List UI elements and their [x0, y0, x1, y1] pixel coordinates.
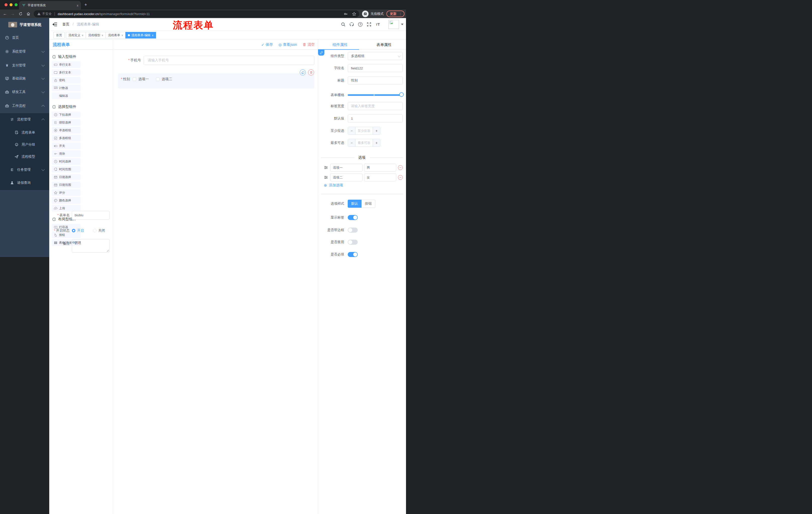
- phone-field[interactable]: *手机号 请输入手机号: [113, 56, 314, 65]
- remove-option-button[interactable]: −: [398, 165, 403, 170]
- tag-close-icon[interactable]: x: [152, 32, 153, 38]
- delete-field-button[interactable]: [308, 70, 314, 76]
- clear-button[interactable]: 清空: [302, 42, 315, 47]
- slider-handle[interactable]: [399, 92, 404, 97]
- sidebar-item-process-form[interactable]: 流程表单: [0, 126, 49, 139]
- sidebar-item-home[interactable]: 首页: [0, 31, 49, 44]
- sidebar-item-payment[interactable]: ¥ 支付管理: [0, 59, 49, 72]
- sidebar-item-leave-query[interactable]: 请假查询: [0, 177, 49, 189]
- sidebar-item-infra[interactable]: 基础设施: [0, 72, 49, 85]
- avatar[interactable]: [388, 20, 399, 29]
- tab-component-props[interactable]: 组件属性: [318, 40, 362, 50]
- traffic-light-minimize[interactable]: [9, 3, 12, 6]
- github-icon[interactable]: [349, 22, 354, 27]
- status-on-label[interactable]: 开启: [77, 228, 84, 233]
- address-bar[interactable]: 不安全 | dashboard.yudao.iocoder.cn/bpm/man…: [34, 10, 359, 17]
- checkbox-icon[interactable]: [133, 77, 136, 81]
- browser-tab[interactable]: 芋道管理系统 x: [19, 1, 81, 9]
- sidebar-item-task-mgmt[interactable]: 任务管理: [0, 163, 49, 176]
- forward-icon[interactable]: →: [10, 11, 15, 16]
- option-value-input[interactable]: 女: [364, 173, 397, 181]
- palette-item-slider[interactable]: 滑块: [52, 151, 81, 157]
- tag-process-model[interactable]: 流程模型 x: [86, 32, 106, 38]
- sidebar-item-process-mgmt[interactable]: 流程管理: [0, 113, 49, 126]
- browser-update-button[interactable]: 更新 ⋮: [386, 10, 405, 17]
- tag-process-form[interactable]: 流程表单 x: [106, 32, 126, 38]
- copy-field-button[interactable]: [300, 70, 306, 76]
- option-style-default-button[interactable]: 默认: [348, 200, 361, 208]
- sidebar-item-workflow[interactable]: 工作流程: [0, 100, 49, 112]
- component-type-select[interactable]: 多选框组: [348, 52, 403, 60]
- palette-item-time-picker[interactable]: 时间选择: [52, 158, 81, 165]
- gender-checkbox-option-1[interactable]: 选项一: [133, 77, 149, 81]
- option-style-button-button[interactable]: 按钮: [361, 200, 375, 208]
- save-button[interactable]: ✓保存: [261, 42, 273, 47]
- form-grid-slider[interactable]: [348, 94, 403, 96]
- tab-form-props[interactable]: 表单属性: [362, 40, 406, 50]
- view-json-button[interactable]: ◎查看json: [279, 42, 297, 47]
- fullscreen-icon[interactable]: [367, 22, 372, 27]
- reload-icon[interactable]: [18, 11, 23, 16]
- gender-checkbox-option-2[interactable]: 选项二: [156, 77, 172, 81]
- help-icon[interactable]: ?: [358, 22, 363, 27]
- label-width-input[interactable]: 请输入标签宽度: [348, 102, 403, 110]
- palette-item-radio-group[interactable]: 单选框组: [52, 127, 81, 134]
- palette-item-textarea[interactable]: 多行文本: [52, 69, 81, 76]
- traffic-light-zoom[interactable]: [14, 3, 18, 6]
- default-value-input[interactable]: 1: [348, 114, 403, 123]
- phone-input[interactable]: 请输入手机号: [144, 56, 314, 65]
- tag-process-form-edit[interactable]: 流程表单-编辑 x: [125, 32, 156, 38]
- tag-process-definition[interactable]: 流程定义 x: [66, 32, 86, 38]
- required-switch[interactable]: [348, 252, 358, 257]
- palette-item-editor[interactable]: 编辑器: [52, 92, 81, 99]
- bookmark-star-icon[interactable]: [352, 12, 356, 16]
- tag-home[interactable]: 首页: [54, 32, 64, 38]
- option-label-input[interactable]: 选项一: [330, 164, 362, 171]
- checkbox-icon[interactable]: [156, 77, 160, 81]
- tag-close-icon[interactable]: x: [122, 32, 123, 38]
- status-off-label[interactable]: 关闭: [98, 228, 105, 233]
- drag-handle-icon[interactable]: [324, 175, 328, 180]
- search-icon[interactable]: [341, 22, 346, 27]
- tag-close-icon[interactable]: x: [82, 32, 83, 38]
- sidebar-logo[interactable]: 芋道管理系统: [0, 18, 49, 31]
- home-icon[interactable]: [26, 11, 31, 16]
- drag-handle-icon[interactable]: [324, 165, 328, 170]
- palette-item-password[interactable]: 密码: [52, 77, 81, 83]
- tab-close-icon[interactable]: x: [77, 3, 79, 7]
- stepper-input[interactable]: 至少应选: [355, 127, 373, 135]
- option-value-input[interactable]: 男: [364, 164, 397, 171]
- back-icon[interactable]: ←: [2, 11, 7, 16]
- palette-item-counter[interactable]: 123 计数器: [52, 85, 81, 91]
- palette-item-date-range[interactable]: 日期范围: [52, 182, 81, 188]
- palette-item-rate[interactable]: 评分: [52, 189, 81, 196]
- palette-item-checkbox-group[interactable]: 多选框组: [52, 135, 81, 141]
- stepper-plus-button[interactable]: +: [373, 127, 380, 135]
- traffic-light-close[interactable]: [4, 3, 7, 6]
- password-key-icon[interactable]: [344, 12, 348, 16]
- tag-close-icon[interactable]: x: [102, 32, 103, 38]
- option-label-input[interactable]: 选项二: [330, 173, 362, 181]
- form-name-input[interactable]: biubiu: [72, 211, 110, 219]
- add-option-button[interactable]: ⊕ 添加选项: [324, 183, 343, 188]
- sidebar-item-devtools[interactable]: 研发工具: [0, 86, 49, 98]
- sidebar-item-user-group[interactable]: 用户分组: [0, 138, 49, 151]
- status-radio-off[interactable]: [93, 229, 96, 232]
- stepper-input[interactable]: 最多可选: [355, 139, 373, 146]
- new-tab-button[interactable]: +: [84, 2, 87, 7]
- sidebar-item-process-model[interactable]: 流程模型: [0, 151, 49, 163]
- palette-item-date-picker[interactable]: 日期选择: [52, 174, 81, 180]
- sidebar-fold-icon[interactable]: [52, 22, 57, 27]
- border-switch[interactable]: [348, 227, 358, 233]
- disabled-switch[interactable]: [348, 240, 358, 245]
- font-size-icon[interactable]: TT: [376, 22, 381, 27]
- title-input[interactable]: 性别: [348, 77, 403, 84]
- stepper-minus-button[interactable]: −: [348, 127, 355, 135]
- stepper-plus-button[interactable]: +: [373, 139, 380, 146]
- show-label-switch[interactable]: [348, 215, 358, 220]
- sidebar-item-system[interactable]: 系统管理: [0, 45, 49, 58]
- remove-option-button[interactable]: −: [398, 175, 403, 180]
- selected-field-gender[interactable]: *性别 选项一 选项二: [118, 74, 314, 88]
- stepper-minus-button[interactable]: −: [348, 139, 355, 146]
- form-remark-textarea[interactable]: 嘿嘿: [72, 239, 110, 252]
